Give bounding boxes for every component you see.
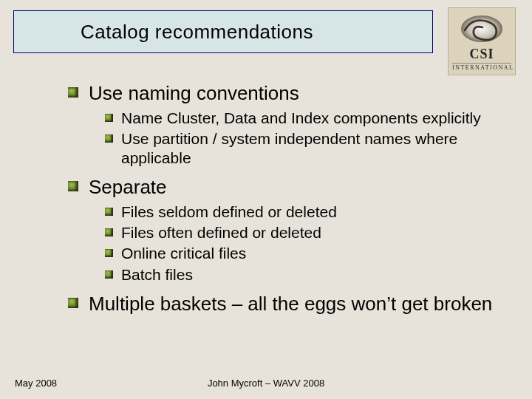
slide-title: Catalog recommendations <box>81 21 313 44</box>
title-box: Catalog recommendations <box>13 10 433 53</box>
bullet-l2: Batch files <box>105 265 511 284</box>
bullet-text: Name Cluster, Data and Index components … <box>121 109 481 126</box>
slide: Catalog recommendations CSI INTERNATIONA… <box>0 0 532 399</box>
bullet-l2: Files seldom defined or deleted <box>105 202 511 222</box>
bullet-l2: Files often defined or deleted <box>105 223 511 242</box>
logo: CSI INTERNATIONAL <box>448 7 516 75</box>
bullet-text: Use partition / system independent names… <box>121 130 457 166</box>
bullet-text: Multiple baskets – all the eggs won’t ge… <box>89 293 492 315</box>
bullet-l1: Multiple baskets – all the eggs won’t ge… <box>68 292 511 316</box>
bullet-text: Online critical files <box>121 245 246 262</box>
logo-text: CSI <box>469 47 494 62</box>
logo-swirl-icon <box>456 13 508 45</box>
bullet-text: Separate <box>89 176 167 198</box>
footer-author: John Mycroft – WAVV 2008 <box>0 378 532 389</box>
body-content: Use naming conventions Name Cluster, Dat… <box>68 81 511 318</box>
bullet-text: Files seldom defined or deleted <box>121 203 337 220</box>
bullet-l1: Separate Files seldom defined or deleted… <box>68 175 511 284</box>
bullet-text: Files often defined or deleted <box>121 224 321 241</box>
logo-subtext: INTERNATIONAL <box>452 63 511 71</box>
bullet-l2: Online critical files <box>105 244 511 263</box>
bullet-l2: Name Cluster, Data and Index components … <box>105 109 511 128</box>
bullet-text: Batch files <box>121 266 193 283</box>
bullet-l1: Use naming conventions Name Cluster, Dat… <box>68 81 511 168</box>
bullet-l2: Use partition / system independent names… <box>105 129 511 168</box>
bullet-text: Use naming conventions <box>89 82 299 104</box>
